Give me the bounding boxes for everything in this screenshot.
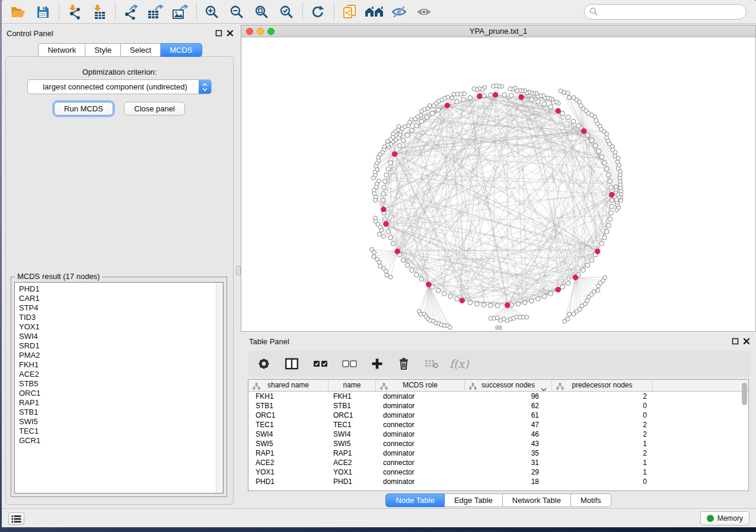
column-header-mcds-role[interactable]: MCDS role [376, 380, 465, 392]
control-panel-title: Control Panel [7, 29, 53, 38]
table-cell: FKH1 [248, 392, 328, 401]
trash-icon [397, 357, 410, 370]
tab-mcds[interactable]: MCDS [161, 43, 202, 57]
search-input[interactable] [602, 7, 741, 17]
tab-style[interactable]: Style [85, 43, 121, 57]
table-cell: 2 [552, 430, 653, 439]
split-panel-button[interactable] [285, 355, 299, 373]
table-cell: STB1 [328, 401, 376, 411]
network-title: YPA_prune.txt_1 [241, 27, 755, 36]
mcds-list-scrollbar[interactable] [216, 283, 223, 493]
refresh-layout-button[interactable] [308, 3, 328, 21]
mcds-list-item[interactable]: RAP1 [19, 398, 223, 408]
delete-column-button[interactable] [397, 355, 410, 373]
table-row[interactable]: STB1STB1dominator620 [248, 401, 748, 411]
table-row[interactable]: ACE2ACE2connector311 [248, 458, 748, 467]
mcds-list-item[interactable]: FKH1 [19, 360, 223, 370]
table-cell: SWI4 [248, 430, 328, 439]
zoom-in-button[interactable] [202, 3, 222, 21]
mcds-list-item[interactable]: STP4 [19, 303, 223, 313]
tab-edge-table[interactable]: Edge Table [445, 493, 503, 507]
close-panel-button[interactable]: Close panel [124, 102, 185, 116]
export-image-button[interactable] [170, 3, 190, 21]
table-cell: 47 [465, 420, 552, 430]
deselect-all-icon [342, 360, 357, 368]
table-row[interactable]: SWI5SWI5connector431 [248, 439, 748, 448]
tab-network-table[interactable]: Network Table [503, 493, 571, 507]
table-row[interactable]: FKH1FKH1dominator962 [248, 392, 748, 401]
show-all-icon [416, 5, 432, 19]
criterion-dropdown[interactable]: largest connected component (undirected) [27, 79, 212, 94]
mcds-list-item[interactable]: SWI5 [19, 417, 223, 427]
run-mcds-button[interactable]: Run MCDS [54, 102, 113, 116]
table-cell: 18 [465, 477, 552, 486]
mcds-list-item[interactable]: TEC1 [19, 427, 223, 436]
mcds-list-item[interactable]: GCR1 [19, 436, 223, 446]
export-table-button[interactable] [145, 3, 165, 21]
import-network-icon [66, 4, 82, 20]
mcds-list-item[interactable]: TID3 [19, 313, 223, 322]
zoom-selected-button[interactable] [276, 3, 296, 21]
table-cell: dominator [376, 477, 465, 486]
mcds-list-item[interactable]: PHD1 [19, 284, 223, 294]
table-cell: 2 [552, 448, 653, 458]
select-all-icon [313, 360, 328, 368]
tab-select[interactable]: Select [121, 43, 161, 57]
save-session-button[interactable] [33, 3, 53, 21]
tab-network[interactable]: Network [38, 43, 85, 57]
select-all-button[interactable] [313, 355, 328, 373]
table-cell: dominator [376, 448, 465, 458]
mcds-list-item[interactable]: SWI4 [19, 332, 223, 341]
first-neighbors-button[interactable] [364, 3, 384, 21]
table-row[interactable]: PHD1PHD1dominator180 [248, 477, 748, 486]
table-row[interactable]: YOX1YOX1connector291 [248, 467, 748, 477]
network-hscrollbar[interactable] [495, 325, 502, 330]
table-cell: 29 [465, 467, 552, 477]
table-scrollbar-thumb[interactable] [742, 383, 747, 405]
deselect-all-button[interactable] [342, 355, 357, 373]
zoom-fit-button[interactable] [251, 3, 272, 21]
export-network-button[interactable] [120, 3, 141, 21]
table-row[interactable]: SWI4SWI4dominator462 [248, 430, 748, 439]
mcds-list-item[interactable]: YOX1 [19, 322, 223, 332]
float-panel-icon[interactable] [732, 338, 739, 345]
memory-button[interactable]: Memory [700, 511, 749, 525]
float-panel-icon[interactable] [215, 30, 222, 37]
table-row[interactable]: RAP1RAP1dominator352 [248, 448, 748, 458]
table-cell: connector [376, 439, 465, 448]
tab-node-table[interactable]: Node Table [385, 493, 445, 507]
import-table-button[interactable] [89, 3, 109, 21]
table-row[interactable]: ORC1ORC1dominator610 [248, 411, 748, 420]
mcds-list-item[interactable]: STB1 [19, 408, 223, 417]
mcds-list-item[interactable]: ACE2 [19, 370, 223, 379]
import-network-button[interactable] [64, 3, 84, 21]
column-header-shared-name[interactable]: shared name [248, 380, 328, 392]
network-canvas[interactable] [241, 37, 755, 331]
tab-motifs[interactable]: Motifs [571, 493, 611, 507]
column-header-predecessor-nodes[interactable]: predecessor nodes [552, 380, 653, 392]
show-panels-button[interactable] [8, 512, 24, 525]
mcds-list-item[interactable]: SRD1 [19, 341, 223, 351]
network-titlebar[interactable]: YPA_prune.txt_1 [241, 25, 755, 37]
close-panel-icon[interactable] [227, 30, 234, 37]
zoom-out-button[interactable] [227, 3, 247, 21]
add-column-button[interactable] [371, 355, 383, 373]
search-icon [589, 7, 598, 16]
table-cell: dominator [376, 392, 465, 401]
mcds-list-item[interactable]: PMA2 [19, 351, 223, 360]
hide-selected-button[interactable] [389, 3, 409, 21]
panel-splitter-grip[interactable] [236, 265, 241, 275]
table-row[interactable]: TEC1TEC1connector472 [248, 420, 748, 430]
mcds-list-item[interactable]: CAR1 [19, 294, 223, 303]
open-folder-button[interactable] [8, 3, 28, 21]
split-panel-icon [285, 357, 299, 370]
table-settings-button[interactable] [257, 355, 270, 373]
copy-network-button[interactable] [339, 3, 359, 21]
close-panel-icon[interactable] [743, 338, 750, 345]
table-cell: 0 [552, 401, 653, 411]
mcds-list-item[interactable]: STB5 [19, 379, 223, 389]
delete-table-button [425, 355, 439, 373]
column-header-name[interactable]: name [328, 380, 376, 392]
column-header-successor-nodes[interactable]: successor nodes [465, 380, 552, 392]
mcds-list-item[interactable]: ORC1 [19, 389, 223, 398]
